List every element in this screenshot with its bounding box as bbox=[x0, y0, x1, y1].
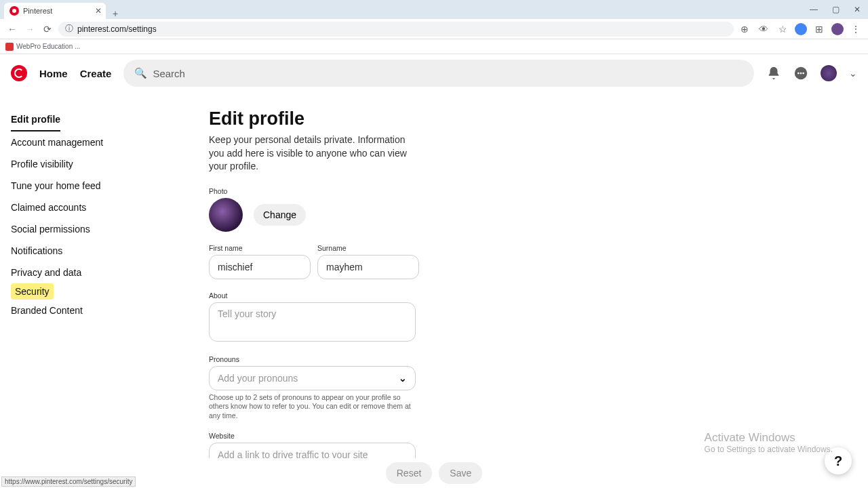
browser-tab-strip: Pinterest ✕ + — ▢ ✕ bbox=[0, 0, 868, 19]
pinterest-favicon bbox=[9, 6, 19, 16]
sidebar-item-branded-content[interactable]: Branded Content bbox=[11, 300, 83, 321]
search-input[interactable]: 🔍 Search bbox=[123, 60, 754, 87]
extensions-icon[interactable]: ⊞ bbox=[812, 22, 826, 36]
reset-button[interactable]: Reset bbox=[386, 462, 433, 484]
chevron-down-icon: ⌄ bbox=[399, 373, 407, 384]
nav-create[interactable]: Create bbox=[80, 68, 112, 79]
sidebar-item-account-management[interactable]: Account management bbox=[11, 131, 103, 153]
bookmark-favicon bbox=[5, 43, 14, 51]
menu-icon[interactable]: ⋮ bbox=[849, 22, 863, 36]
bookmark-bar: WebPro Education ... bbox=[0, 39, 868, 54]
sidebar-item-social-permissions[interactable]: Social permissions bbox=[11, 218, 90, 240]
watermark-title: Activate Windows bbox=[705, 431, 833, 445]
nav-home[interactable]: Home bbox=[39, 68, 68, 79]
reload-button[interactable]: ⟳ bbox=[41, 22, 54, 36]
sidebar-item-security[interactable]: Security bbox=[11, 283, 54, 300]
sidebar-item-privacy-data[interactable]: Privacy and data bbox=[11, 262, 81, 283]
pinterest-logo[interactable] bbox=[11, 65, 27, 81]
bookmark-star-icon[interactable]: ☆ bbox=[776, 22, 789, 36]
tab-title: Pinterest bbox=[23, 7, 52, 15]
sidebar-item-edit-profile[interactable]: Edit profile bbox=[11, 108, 60, 131]
browser-toolbar: ← → ⟳ ⓘ pinterest.com/settings ⊕ 👁 ☆ ⊞ ⋮ bbox=[0, 19, 868, 39]
main-content: Edit profile Keep your personal details … bbox=[190, 92, 624, 488]
search-icon: 🔍 bbox=[134, 67, 147, 79]
pronouns-placeholder: Add your pronouns bbox=[218, 373, 298, 384]
extension-icon[interactable] bbox=[795, 23, 807, 35]
install-icon[interactable]: ⊕ bbox=[738, 22, 751, 36]
watermark-subtitle: Go to Settings to activate Windows. bbox=[705, 445, 833, 454]
pronouns-helper: Choose up to 2 sets of pronouns to appea… bbox=[209, 393, 416, 421]
pronouns-label: Pronouns bbox=[209, 355, 624, 363]
app-header: Home Create 🔍 Search ⌄ bbox=[0, 54, 868, 92]
messages-icon[interactable] bbox=[793, 66, 808, 81]
svg-point-1 bbox=[797, 73, 800, 75]
address-bar[interactable]: ⓘ pinterest.com/settings bbox=[58, 22, 734, 37]
website-label: Website bbox=[209, 432, 624, 440]
maximize-button[interactable]: ▢ bbox=[825, 0, 846, 19]
save-button[interactable]: Save bbox=[439, 462, 482, 484]
sidebar-item-tune-home-feed[interactable]: Tune your home feed bbox=[11, 175, 101, 197]
profile-photo bbox=[209, 198, 243, 232]
first-name-input[interactable] bbox=[209, 255, 311, 279]
page-title: Edit profile bbox=[209, 108, 624, 129]
svg-point-2 bbox=[800, 73, 802, 75]
profile-avatar-icon[interactable] bbox=[831, 23, 844, 35]
about-label: About bbox=[209, 291, 624, 300]
first-name-label: First name bbox=[209, 244, 311, 252]
close-icon[interactable]: ✕ bbox=[95, 6, 102, 16]
site-info-icon[interactable]: ⓘ bbox=[65, 23, 73, 35]
sidebar-item-profile-visibility[interactable]: Profile visibility bbox=[11, 153, 73, 175]
sidebar-item-claimed-accounts[interactable]: Claimed accounts bbox=[11, 197, 86, 218]
notifications-icon[interactable] bbox=[766, 66, 781, 81]
sidebar-item-notifications[interactable]: Notifications bbox=[11, 240, 62, 262]
chevron-down-icon[interactable]: ⌄ bbox=[849, 68, 857, 79]
surname-label: Surname bbox=[317, 244, 419, 252]
status-bar-link: https://www.pinterest.com/settings/secur… bbox=[1, 476, 136, 487]
browser-tab[interactable]: Pinterest ✕ bbox=[4, 3, 106, 19]
svg-point-3 bbox=[802, 73, 804, 75]
minimize-button[interactable]: — bbox=[803, 0, 825, 19]
pronouns-select[interactable]: Add your pronouns ⌄ bbox=[209, 366, 416, 390]
new-tab-button[interactable]: + bbox=[106, 8, 125, 19]
photo-label: Photo bbox=[209, 187, 624, 195]
settings-sidebar: Edit profile Account management Profile … bbox=[0, 92, 190, 488]
page-description: Keep your personal details private. Info… bbox=[209, 134, 412, 174]
about-textarea[interactable] bbox=[209, 302, 416, 342]
change-photo-button[interactable]: Change bbox=[254, 204, 306, 226]
bookmark-item[interactable]: WebPro Education ... bbox=[16, 43, 80, 50]
close-window-button[interactable]: ✕ bbox=[846, 0, 868, 19]
user-avatar[interactable] bbox=[821, 65, 837, 81]
eye-icon[interactable]: 👁 bbox=[757, 22, 770, 36]
windows-watermark: Activate Windows Go to Settings to activ… bbox=[705, 431, 833, 454]
url-text: pinterest.com/settings bbox=[77, 24, 157, 34]
search-placeholder: Search bbox=[153, 68, 185, 79]
surname-input[interactable] bbox=[317, 255, 419, 279]
back-button[interactable]: ← bbox=[5, 22, 19, 36]
forward-button[interactable]: → bbox=[23, 22, 37, 36]
